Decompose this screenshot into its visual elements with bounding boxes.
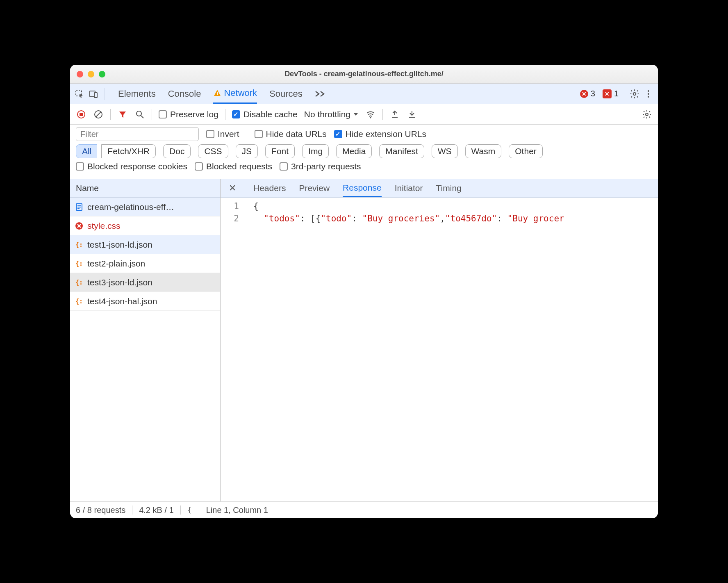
request-row[interactable]: {:}test3-json-ld.json (70, 273, 220, 292)
hide-data-urls-checkbox[interactable]: Hide data URLs (255, 129, 327, 139)
type-pill-js[interactable]: JS (236, 144, 258, 158)
disable-cache-checkbox[interactable]: Disable cache (232, 109, 298, 119)
svg-text:{:}: {:} (75, 260, 83, 267)
warning-icon (213, 89, 221, 97)
detail-tab-response[interactable]: Response (343, 179, 382, 197)
request-row[interactable]: cream-gelatinous-eff… (70, 198, 220, 216)
request-row[interactable]: {:}test4-json-hal.json (70, 292, 220, 311)
import-har-icon[interactable] (389, 109, 400, 120)
network-main: Name cream-gelatinous-eff…style.css{:}te… (70, 179, 658, 502)
filter-input[interactable] (76, 127, 199, 141)
request-detail: ✕ Headers Preview Response Initiator Tim… (221, 179, 658, 501)
blocked-cookies-checkbox[interactable]: Blocked response cookies (76, 162, 187, 171)
request-name: test4-json-hal.json (87, 296, 157, 306)
request-row[interactable]: {:}test1-json-ld.json (70, 235, 220, 254)
chevron-down-icon (353, 112, 359, 117)
request-name: test1-json-ld.json (87, 240, 152, 250)
type-pill-other[interactable]: Other (509, 144, 543, 158)
throttling-value: No throttling (304, 109, 350, 119)
type-pill-font[interactable]: Font (265, 144, 295, 158)
type-pill-all[interactable]: All (76, 144, 97, 158)
issues-count-badge[interactable]: ✕ 1 (603, 89, 619, 98)
type-pill-img[interactable]: Img (302, 144, 329, 158)
type-pill-doc[interactable]: Doc (163, 144, 191, 158)
hide-ext-urls-checkbox[interactable]: Hide extension URLs (334, 129, 426, 139)
checkbox-icon (334, 130, 342, 138)
kebab-menu-icon[interactable] (643, 89, 654, 99)
checkbox-icon (159, 110, 167, 118)
third-party-label: 3rd-party requests (291, 162, 361, 171)
issues-icon: ✕ (603, 89, 612, 98)
type-filter-row: All Fetch/XHR Doc CSS JS Font Img Media … (76, 144, 652, 158)
type-pill-css[interactable]: CSS (198, 144, 228, 158)
invert-checkbox[interactable]: Invert (206, 129, 239, 139)
network-settings-icon[interactable] (642, 109, 652, 120)
pretty-print-icon[interactable]: { } (187, 506, 197, 514)
settings-icon[interactable] (629, 89, 640, 99)
svg-point-8 (648, 96, 649, 98)
status-requests: 6 / 8 requests (76, 506, 125, 515)
detail-tab-initiator[interactable]: Initiator (395, 179, 423, 197)
tab-network[interactable]: Network (213, 84, 257, 104)
detail-tab-preview[interactable]: Preview (299, 179, 330, 197)
tab-network-label: Network (224, 88, 257, 98)
request-name: test3-json-ld.json (87, 278, 152, 287)
tab-sources[interactable]: Sources (269, 84, 303, 104)
json-icon: {:} (75, 278, 83, 287)
error-count-badge[interactable]: ✕ 3 (580, 89, 595, 98)
request-list: Name cream-gelatinous-eff…style.css{:}te… (70, 179, 221, 501)
hide-ext-urls-label: Hide extension URLs (346, 129, 426, 139)
more-tabs-button[interactable] (315, 84, 325, 104)
disable-cache-label: Disable cache (243, 109, 298, 119)
filter-icon[interactable] (117, 109, 128, 120)
search-icon[interactable] (134, 109, 145, 120)
minimize-window-button[interactable] (88, 71, 94, 77)
close-window-button[interactable] (77, 71, 83, 77)
response-body[interactable]: 12 { "todos": [{"todo": "Buy groceries",… (221, 198, 658, 501)
checkbox-icon (255, 130, 263, 138)
checkbox-icon (206, 130, 214, 138)
blocked-requests-checkbox[interactable]: Blocked requests (195, 162, 272, 171)
request-row[interactable]: {:}test2-plain.json (70, 254, 220, 273)
svg-line-12 (96, 112, 101, 117)
detail-tab-timing[interactable]: Timing (436, 179, 462, 197)
export-har-icon[interactable] (407, 109, 417, 120)
checkbox-icon (195, 162, 203, 171)
tab-console[interactable]: Console (168, 84, 201, 104)
detail-tabs: ✕ Headers Preview Response Initiator Tim… (221, 179, 658, 198)
error-count: 3 (591, 89, 595, 98)
titlebar: DevTools - cream-gelatinous-effect.glitc… (70, 65, 658, 84)
tab-elements[interactable]: Elements (118, 84, 156, 104)
device-toolbar-icon[interactable] (88, 89, 99, 99)
maximize-window-button[interactable] (99, 71, 105, 77)
close-detail-button[interactable]: ✕ (225, 183, 240, 194)
request-row[interactable]: style.css (70, 216, 220, 235)
svg-text:{:}: {:} (75, 279, 83, 286)
type-pill-ws[interactable]: WS (432, 144, 458, 158)
type-pill-fetchxhr[interactable]: Fetch/XHR (101, 144, 156, 158)
response-code: { "todos": [{"todo": "Buy groceries","to… (245, 198, 658, 501)
network-conditions-icon[interactable] (365, 109, 376, 120)
type-pill-wasm[interactable]: Wasm (465, 144, 502, 158)
traffic-lights (77, 71, 105, 77)
throttling-select[interactable]: No throttling (304, 109, 359, 119)
svg-rect-3 (217, 92, 218, 94)
divider (152, 109, 152, 120)
inspect-element-icon[interactable] (74, 89, 85, 99)
record-button[interactable] (76, 109, 86, 120)
detail-tab-headers[interactable]: Headers (253, 179, 286, 197)
preserve-log-checkbox[interactable]: Preserve log (159, 109, 218, 119)
svg-line-14 (141, 116, 143, 118)
type-pill-manifest[interactable]: Manifest (379, 144, 424, 158)
svg-text:{ }: { } (187, 506, 197, 514)
err-icon (75, 222, 83, 230)
clear-button[interactable] (93, 109, 104, 120)
json-icon: {:} (75, 241, 83, 249)
request-list-header[interactable]: Name (70, 179, 220, 198)
svg-text:{:}: {:} (75, 298, 83, 305)
type-pill-media[interactable]: Media (336, 144, 372, 158)
panel-tabs: Elements Console Network Sources (118, 84, 325, 104)
window-title: DevTools - cream-gelatinous-effect.glitc… (70, 70, 658, 78)
third-party-checkbox[interactable]: 3rd-party requests (280, 162, 361, 171)
svg-point-13 (136, 111, 141, 116)
